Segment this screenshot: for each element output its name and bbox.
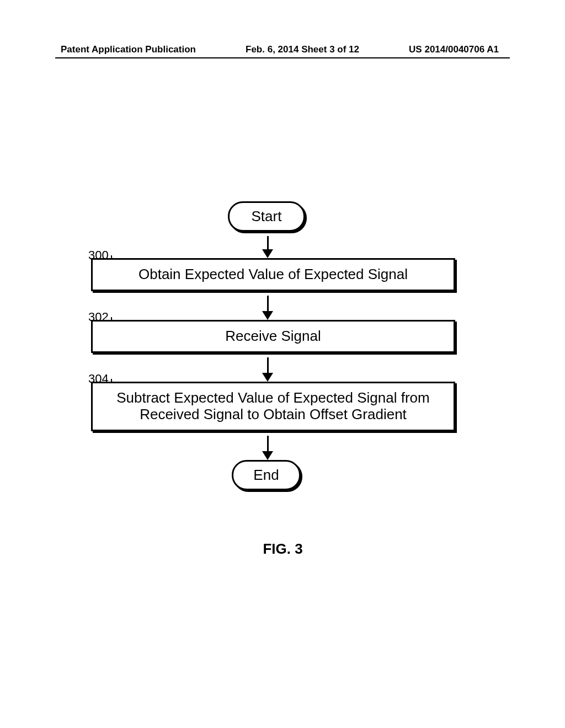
header-publication-type: Patent Application Publication <box>61 44 196 55</box>
header-sheet-info: Feb. 6, 2014 Sheet 3 of 12 <box>246 44 359 55</box>
flowchart-start-terminal: Start <box>228 201 305 232</box>
start-label: Start <box>252 208 282 225</box>
flowchart: Start 300 Obtain Expected Value of Expec… <box>91 201 475 495</box>
figure-label: FIG. 3 <box>91 540 475 558</box>
flowchart-process-step: Obtain Expected Value of Expected Signal <box>91 258 455 291</box>
arrow <box>262 357 273 382</box>
arrow <box>262 436 273 460</box>
flowchart-process-step: Subtract Expected Value of Expected Sign… <box>91 382 455 431</box>
step-text: Subtract Expected Value of Expected Sign… <box>103 390 444 423</box>
page-header: Patent Application Publication Feb. 6, 2… <box>0 44 565 55</box>
header-rule <box>55 57 510 58</box>
end-label: End <box>253 467 279 484</box>
flowchart-end-terminal: End <box>232 460 301 490</box>
flowchart-process-step: Receive Signal <box>91 320 455 353</box>
arrow <box>262 236 273 258</box>
header-publication-number: US 2014/0040706 A1 <box>409 44 499 55</box>
step-text: Obtain Expected Value of Expected Signal <box>138 266 408 283</box>
arrow <box>262 296 273 320</box>
step-text: Receive Signal <box>225 328 321 345</box>
